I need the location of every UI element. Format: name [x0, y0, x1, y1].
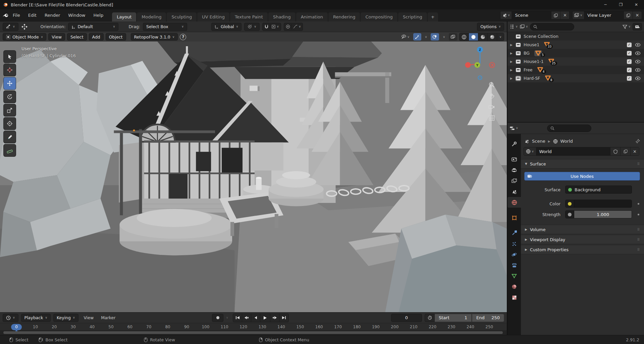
pivot-point-dropdown[interactable]: ∨ [244, 23, 260, 31]
next-keyframe-button[interactable] [270, 314, 279, 322]
tab-modifiers[interactable] [507, 228, 521, 238]
expand-icon[interactable]: ▶ [510, 68, 516, 72]
tab-tool[interactable] [507, 139, 521, 149]
shading-rendered-button[interactable] [488, 33, 497, 41]
collection-name[interactable]: Scene Collection [524, 34, 558, 39]
select-box-tool[interactable] [3, 50, 16, 63]
use-preview-range-button[interactable] [425, 314, 435, 322]
properties-search-input[interactable] [547, 125, 591, 132]
pan-hand-icon[interactable] [489, 93, 495, 99]
view-layer-copy-button[interactable] [624, 11, 633, 19]
tab-sculpting[interactable]: Sculpting [167, 12, 197, 21]
tab-world[interactable] [507, 197, 521, 208]
exclude-checkbox[interactable]: ✓ [627, 59, 632, 64]
world-name-field[interactable]: World [536, 147, 610, 155]
outliner-row-hard-sf[interactable]: ▶ Hard-SF 8 ✓ [507, 74, 644, 82]
exclude-checkbox[interactable]: ✓ [627, 76, 632, 81]
world-color-swatch[interactable] [574, 200, 632, 207]
view-layer-browse-button[interactable]: ∨ [573, 11, 584, 19]
collection-name[interactable]: Hard-SF [524, 76, 540, 81]
gizmo-neg-z-axis[interactable] [478, 76, 482, 80]
expand-icon[interactable]: ▶ [510, 60, 516, 63]
properties-editor-type-dropdown[interactable]: ∨ [509, 126, 518, 131]
new-collection-button[interactable] [633, 23, 642, 30]
strength-slider[interactable]: 1.000 [565, 210, 632, 218]
outliner-editor-type-dropdown[interactable]: ∨ [509, 24, 518, 29]
tab-texture-paint[interactable]: Texture Paint [230, 12, 268, 21]
color-swatch-button[interactable] [565, 200, 632, 208]
show-gizmo-toggle[interactable] [413, 33, 421, 41]
unlink-datablock-button[interactable]: ✕ [630, 147, 639, 155]
viewport-canvas[interactable]: User Perspective (0) Hard-SF | Cylinder.… [0, 42, 507, 312]
timeline-ruler[interactable]: 0 10 20 30 40 50 60 70 80 90 100 110 120… [0, 323, 507, 330]
tab-output[interactable] [507, 165, 521, 176]
eye-icon[interactable] [635, 43, 641, 47]
pin-icon[interactable] [636, 139, 640, 143]
keying-menu[interactable]: Keying∨ [53, 314, 78, 322]
prev-keyframe-button[interactable] [242, 314, 251, 322]
volume-panel-header[interactable]: ▶ Volume ⠿ [521, 225, 644, 234]
timeline-view-menu[interactable]: View [84, 315, 94, 320]
timeline-editor-type-dropdown[interactable]: ∨ [3, 314, 18, 322]
tab-scene[interactable] [507, 186, 521, 197]
tab-scripting[interactable]: Scripting [398, 12, 427, 21]
overlays-options-chevron[interactable]: ∨ [441, 33, 447, 41]
scene-delete-button[interactable]: ✕ [560, 11, 569, 19]
eye-icon[interactable] [635, 76, 641, 80]
cursor-tool[interactable] [3, 64, 16, 76]
scene-name-field[interactable]: Scene [512, 11, 551, 19]
tab-shading[interactable]: Shading [268, 12, 296, 21]
outliner-row-scene-collection[interactable]: Scene Collection [507, 32, 644, 41]
scale-tool[interactable] [3, 104, 16, 117]
snap-target-icon[interactable] [272, 25, 275, 28]
menu-select[interactable]: Select [67, 33, 87, 41]
tab-constraints[interactable] [507, 260, 521, 271]
orientation-dropdown[interactable]: Default ∨ [68, 23, 118, 31]
tab-material[interactable] [507, 281, 521, 292]
eye-icon[interactable] [635, 68, 641, 72]
navigation-gizmo[interactable]: Z Y X [463, 45, 497, 82]
tab-view-layer[interactable] [507, 176, 521, 186]
eye-icon[interactable] [635, 51, 641, 55]
menu-edit[interactable]: Edit [24, 13, 41, 18]
use-nodes-button[interactable]: Use Nodes [524, 172, 640, 181]
blender-menu-logo-icon[interactable] [3, 13, 9, 18]
tab-layout[interactable]: Layout [112, 12, 136, 21]
breadcrumb-world[interactable]: World [560, 139, 573, 144]
transform-tool[interactable] [3, 117, 16, 130]
outliner-row-house1[interactable]: ▶ House1 33 ✓ [507, 41, 644, 49]
shading-solid-button[interactable] [469, 33, 478, 41]
grid-view-icon[interactable] [489, 115, 495, 121]
timeline-scrollbar[interactable] [0, 330, 507, 335]
surface-shader-dropdown[interactable]: Background [565, 186, 632, 194]
playback-menu[interactable]: Playback∨ [21, 314, 51, 322]
world-browse-button[interactable]: ∨ [524, 147, 536, 155]
collection-name[interactable]: House1-1 [524, 59, 544, 64]
shading-options-chevron[interactable]: ∨ [497, 33, 504, 41]
gizmo-neg-x-axis[interactable] [465, 62, 471, 68]
collection-name[interactable]: Free [524, 67, 533, 72]
falloff-curve-icon[interactable] [293, 24, 298, 29]
play-button[interactable] [260, 314, 270, 322]
collection-name[interactable]: House1 [524, 42, 539, 47]
end-frame-field[interactable]: End 250 [472, 314, 504, 322]
expand-icon[interactable]: ▶ [510, 43, 516, 47]
jump-to-start-button[interactable] [233, 314, 242, 322]
tab-render[interactable] [507, 154, 521, 165]
expand-icon[interactable]: ▶ [510, 77, 516, 80]
proportional-edit-icon[interactable] [286, 24, 290, 29]
animate-dot[interactable] [638, 214, 639, 215]
fake-user-button[interactable] [610, 147, 620, 155]
jump-to-end-button[interactable] [279, 314, 288, 322]
expand-icon[interactable]: ▶ [510, 52, 516, 55]
eye-icon[interactable] [635, 60, 641, 64]
exclude-checkbox[interactable]: ✓ [627, 68, 632, 72]
xray-toggle[interactable] [449, 33, 457, 41]
scene-browse-button[interactable]: ∨ [500, 11, 512, 19]
tab-texture[interactable] [507, 292, 521, 303]
viewport-display-panel-header[interactable]: ▶ Viewport Display ⠿ [521, 235, 644, 244]
retopoflow-menu[interactable]: RetopoFlow 3.1.0 ∨ [131, 33, 178, 41]
auto-keying-toggle[interactable] [212, 314, 223, 322]
outliner-display-mode-dropdown[interactable]: ∨ [520, 24, 528, 29]
scrollbar-handle[interactable] [3, 331, 503, 334]
